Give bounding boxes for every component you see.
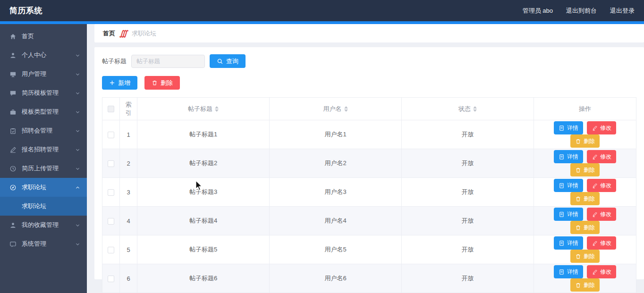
pen-icon [592,154,598,160]
row-delete-button[interactable]: 删除 [570,192,600,205]
column-header-状态[interactable]: 状态 [402,98,534,120]
table-header: 索引帖子标题用户名状态操作 [102,98,636,120]
exit-to-front-link[interactable]: 退出到前台 [566,7,597,15]
cell-status: 开放 [402,120,534,149]
sidebar-item-7[interactable]: 报名招聘管理 [0,140,87,159]
column-header-用户名[interactable]: 用户名 [270,98,402,120]
row-checkbox[interactable] [108,247,114,253]
sidebar-item-2[interactable]: 个人中心 [0,46,87,65]
detail-button[interactable]: 详情 [554,236,583,250]
sort-carets-icon[interactable] [215,104,219,114]
edit-icon [9,146,17,153]
cell-index: 4 [120,207,137,235]
app-title: 简历系统 [9,5,42,16]
chevron-down-icon [75,223,80,228]
sort-carets-icon[interactable] [344,104,348,114]
sidebar-item-6[interactable]: 招聘会管理 [0,121,87,140]
select-all-checkbox[interactable] [108,106,114,112]
delete-button[interactable]: 删除 [144,76,180,90]
row-checkbox[interactable] [108,132,114,138]
edit-button[interactable]: 修改 [587,150,616,163]
add-button[interactable]: 新增 [102,76,137,90]
edit-button[interactable]: 修改 [587,236,616,250]
sidebar-item-8[interactable]: 简历上传管理 [0,159,87,178]
row-checkbox[interactable] [108,160,114,167]
edit-button[interactable]: 修改 [587,179,616,192]
home-icon [9,33,17,40]
search-icon [217,58,223,65]
table-row-2: 2帖子标题2用户名2开放详情修改删除 [102,149,636,178]
sidebar-item-5[interactable]: 模板类型管理 [0,102,87,121]
detail-button[interactable]: 详情 [554,265,583,278]
chevron-down-icon [75,91,80,96]
sidebar-item-1[interactable]: 首页 [0,27,87,46]
sidebar-item-11[interactable]: 系统管理 [0,234,87,253]
user-icon [9,52,17,59]
sidebar-item-label: 报名招聘管理 [22,145,75,154]
table-row-6: 6帖子标题6用户名6开放详情修改删除 [102,264,636,293]
pen-icon [592,211,598,218]
sidebar-item-3[interactable]: 用户管理 [0,65,87,84]
detail-button[interactable]: 详情 [554,208,583,221]
row-checkbox[interactable] [108,218,114,225]
table-body: 1帖子标题1用户名1开放详情修改删除2帖子标题2用户名2开放详情修改删除3帖子标… [102,120,636,293]
row-checkbox[interactable] [108,189,114,196]
sidebar-item-label: 招聘会管理 [22,126,75,135]
main-layout: 首页个人中心用户管理简历模板管理模板类型管理招聘会管理报名招聘管理简历上传管理求… [0,24,644,293]
detail-button[interactable]: 详情 [554,121,583,134]
user-icon [9,222,17,229]
admin-user-link[interactable]: 管理员 abo [523,7,553,15]
cell-status: 开放 [402,264,534,293]
cell-status: 开放 [402,207,534,235]
post-title-input[interactable] [131,55,205,68]
row-delete-button[interactable]: 删除 [570,134,600,148]
cell-username: 用户名3 [270,178,402,207]
sort-carets-icon[interactable] [473,104,477,114]
clock-icon [9,165,17,172]
detail-button[interactable]: 详情 [554,179,583,192]
sidebar-item-label: 系统管理 [22,240,75,248]
chevron-down-icon [75,72,80,77]
query-button-label: 查询 [226,57,238,66]
content-area: 首页 ∭ 求职论坛 帖子标题 查询 新增 [94,24,644,293]
edit-button[interactable]: 修改 [587,208,616,221]
breadcrumb-separator-icon: ∭ [119,29,127,38]
sidebar-item-9[interactable]: 求职论坛 [0,178,87,197]
edit-button[interactable]: 修改 [587,265,616,278]
clock-icon [9,165,17,172]
logout-link[interactable]: 退出登录 [610,7,635,15]
sidebar-item-label: 个人中心 [22,51,75,59]
search-row: 帖子标题 查询 [102,54,636,68]
detail-button[interactable]: 详情 [554,150,583,163]
sidebar-item-10[interactable]: 我的收藏管理 [0,216,87,234]
cell-username: 用户名6 [270,264,402,293]
cell-actions: 详情修改删除 [534,178,636,207]
edit-button[interactable]: 修改 [587,121,616,134]
row-delete-button[interactable]: 删除 [570,250,600,263]
chevron-down-icon [75,91,80,96]
table-row-1: 1帖子标题1用户名1开放详情修改删除 [102,120,636,149]
chevron-down-icon [75,53,80,58]
row-checkbox[interactable] [108,276,114,282]
sidebar-subitem-label: 求职论坛 [22,202,46,210]
sidebar-item-4[interactable]: 简历模板管理 [0,84,87,102]
chevron-up-icon [75,185,80,190]
sidebar-subitem-求职论坛[interactable]: 求职论坛 [0,197,87,216]
add-button-label: 新增 [118,79,130,87]
breadcrumb-home[interactable]: 首页 [103,29,115,38]
top-header-actions: 管理员 abo 退出到前台 退出登录 [509,7,635,15]
row-delete-button[interactable]: 删除 [570,278,600,292]
row-delete-button[interactable]: 删除 [570,221,600,234]
row-delete-button[interactable]: 删除 [570,163,600,176]
compass-icon [9,184,17,191]
column-header-帖子标题[interactable]: 帖子标题 [137,98,270,120]
cell-actions: 详情修改删除 [534,120,636,149]
sidebar-item-label: 简历模板管理 [22,89,75,97]
query-button[interactable]: 查询 [210,54,246,68]
home-icon [9,33,17,40]
cell-index: 2 [120,149,137,178]
cell-username: 用户名4 [270,207,402,235]
cell-post-title: 帖子标题2 [137,149,270,178]
trash-icon [575,196,581,202]
chevron-down-icon [75,147,80,152]
